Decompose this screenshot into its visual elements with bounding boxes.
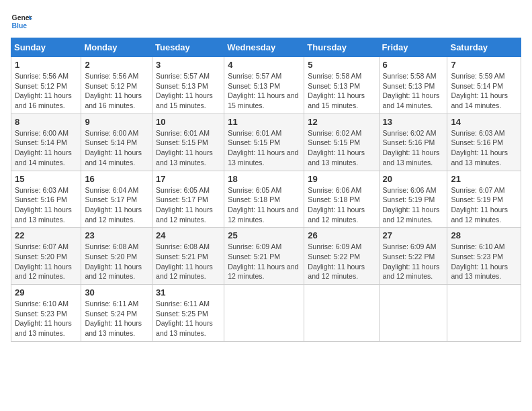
col-header-wednesday: Wednesday (224, 38, 304, 57)
day-number: 31 (156, 287, 220, 298)
calendar-cell (447, 285, 521, 342)
calendar-cell: 6 Sunrise: 5:58 AM Sunset: 5:13 PM Dayli… (379, 57, 447, 114)
calendar-cell: 19 Sunrise: 6:06 AM Sunset: 5:18 PM Dayl… (304, 171, 379, 228)
day-number: 28 (451, 230, 517, 240)
day-number: 18 (228, 174, 300, 184)
day-info: Sunrise: 6:11 AM Sunset: 5:24 PM Dayligh… (85, 299, 148, 338)
col-header-saturday: Saturday (447, 38, 521, 57)
day-info: Sunrise: 5:59 AM Sunset: 5:14 PM Dayligh… (451, 71, 517, 111)
col-header-sunday: Sunday (11, 38, 81, 57)
day-number: 15 (15, 174, 77, 184)
svg-text:Blue: Blue (12, 22, 28, 30)
calendar-week-3: 15 Sunrise: 6:03 AM Sunset: 5:16 PM Dayl… (11, 171, 521, 228)
day-number: 10 (156, 117, 220, 127)
header: General Blue (11, 11, 521, 32)
calendar-cell (304, 285, 379, 342)
calendar-cell: 7 Sunrise: 5:59 AM Sunset: 5:14 PM Dayli… (447, 57, 521, 114)
day-number: 4 (228, 60, 300, 70)
logo: General Blue (11, 11, 32, 32)
day-number: 2 (85, 60, 148, 70)
calendar-cell: 10 Sunrise: 6:01 AM Sunset: 5:15 PM Dayl… (152, 113, 224, 171)
calendar-cell: 31 Sunrise: 6:11 AM Sunset: 5:25 PM Dayl… (152, 285, 224, 342)
day-info: Sunrise: 6:11 AM Sunset: 5:25 PM Dayligh… (156, 299, 220, 338)
day-info: Sunrise: 5:58 AM Sunset: 5:13 PM Dayligh… (308, 71, 375, 111)
calendar-week-2: 8 Sunrise: 6:00 AM Sunset: 5:14 PM Dayli… (11, 113, 521, 171)
day-info: Sunrise: 6:01 AM Sunset: 5:15 PM Dayligh… (228, 128, 300, 168)
day-info: Sunrise: 6:08 AM Sunset: 5:21 PM Dayligh… (156, 242, 220, 281)
day-number: 22 (15, 230, 77, 240)
day-number: 13 (383, 117, 444, 127)
day-number: 6 (383, 60, 444, 70)
calendar-cell: 4 Sunrise: 5:57 AM Sunset: 5:13 PM Dayli… (224, 57, 304, 114)
calendar-cell: 5 Sunrise: 5:58 AM Sunset: 5:13 PM Dayli… (304, 57, 379, 114)
col-header-monday: Monday (81, 38, 152, 57)
day-number: 8 (15, 117, 77, 127)
day-number: 30 (85, 287, 148, 298)
calendar-cell: 26 Sunrise: 6:09 AM Sunset: 5:22 PM Dayl… (304, 228, 379, 285)
day-info: Sunrise: 6:00 AM Sunset: 5:14 PM Dayligh… (85, 128, 148, 168)
calendar-cell (379, 285, 447, 342)
day-info: Sunrise: 5:56 AM Sunset: 5:12 PM Dayligh… (15, 71, 77, 111)
day-number: 29 (15, 287, 77, 298)
day-number: 27 (383, 230, 444, 240)
day-number: 26 (308, 230, 375, 240)
logo-icon: General Blue (11, 11, 32, 32)
calendar-cell: 18 Sunrise: 6:05 AM Sunset: 5:18 PM Dayl… (224, 171, 304, 228)
calendar-cell: 12 Sunrise: 6:02 AM Sunset: 5:15 PM Dayl… (304, 113, 379, 171)
day-info: Sunrise: 6:10 AM Sunset: 5:23 PM Dayligh… (451, 242, 517, 281)
day-number: 23 (85, 230, 148, 240)
day-info: Sunrise: 5:56 AM Sunset: 5:12 PM Dayligh… (85, 71, 148, 111)
calendar-cell: 14 Sunrise: 6:03 AM Sunset: 5:16 PM Dayl… (447, 113, 521, 171)
calendar-header-row: SundayMondayTuesdayWednesdayThursdayFrid… (11, 38, 521, 57)
calendar-cell: 9 Sunrise: 6:00 AM Sunset: 5:14 PM Dayli… (81, 113, 152, 171)
day-info: Sunrise: 6:01 AM Sunset: 5:15 PM Dayligh… (156, 128, 220, 168)
calendar-cell: 25 Sunrise: 6:09 AM Sunset: 5:21 PM Dayl… (224, 228, 304, 285)
day-info: Sunrise: 6:03 AM Sunset: 5:16 PM Dayligh… (451, 128, 517, 168)
day-number: 9 (85, 117, 148, 127)
calendar-cell: 29 Sunrise: 6:10 AM Sunset: 5:23 PM Dayl… (11, 285, 81, 342)
col-header-thursday: Thursday (304, 38, 379, 57)
calendar-cell: 24 Sunrise: 6:08 AM Sunset: 5:21 PM Dayl… (152, 228, 224, 285)
day-number: 11 (228, 117, 300, 127)
day-number: 19 (308, 174, 375, 184)
day-number: 20 (383, 174, 444, 184)
calendar-body: 1 Sunrise: 5:56 AM Sunset: 5:12 PM Dayli… (11, 57, 521, 342)
calendar-cell: 30 Sunrise: 6:11 AM Sunset: 5:24 PM Dayl… (81, 285, 152, 342)
day-info: Sunrise: 6:04 AM Sunset: 5:17 PM Dayligh… (85, 185, 148, 225)
calendar-cell: 13 Sunrise: 6:02 AM Sunset: 5:16 PM Dayl… (379, 113, 447, 171)
day-number: 5 (308, 60, 375, 70)
calendar-cell (224, 285, 304, 342)
calendar-cell: 16 Sunrise: 6:04 AM Sunset: 5:17 PM Dayl… (81, 171, 152, 228)
day-info: Sunrise: 5:57 AM Sunset: 5:13 PM Dayligh… (228, 71, 300, 111)
day-info: Sunrise: 5:57 AM Sunset: 5:13 PM Dayligh… (156, 71, 220, 111)
day-number: 12 (308, 117, 375, 127)
day-number: 25 (228, 230, 300, 240)
calendar-cell: 2 Sunrise: 5:56 AM Sunset: 5:12 PM Dayli… (81, 57, 152, 114)
calendar-week-4: 22 Sunrise: 6:07 AM Sunset: 5:20 PM Dayl… (11, 228, 521, 285)
day-number: 16 (85, 174, 148, 184)
calendar-week-1: 1 Sunrise: 5:56 AM Sunset: 5:12 PM Dayli… (11, 57, 521, 114)
day-number: 17 (156, 174, 220, 184)
day-number: 3 (156, 60, 220, 70)
day-info: Sunrise: 6:07 AM Sunset: 5:20 PM Dayligh… (15, 242, 77, 281)
calendar-cell: 1 Sunrise: 5:56 AM Sunset: 5:12 PM Dayli… (11, 57, 81, 114)
calendar-cell: 21 Sunrise: 6:07 AM Sunset: 5:19 PM Dayl… (447, 171, 521, 228)
day-info: Sunrise: 6:10 AM Sunset: 5:23 PM Dayligh… (15, 299, 77, 338)
calendar-table: SundayMondayTuesdayWednesdayThursdayFrid… (11, 38, 521, 342)
day-info: Sunrise: 6:09 AM Sunset: 5:22 PM Dayligh… (383, 242, 444, 281)
calendar-cell: 20 Sunrise: 6:06 AM Sunset: 5:19 PM Dayl… (379, 171, 447, 228)
col-header-friday: Friday (379, 38, 447, 57)
day-info: Sunrise: 6:00 AM Sunset: 5:14 PM Dayligh… (15, 128, 77, 168)
calendar-cell: 23 Sunrise: 6:08 AM Sunset: 5:20 PM Dayl… (81, 228, 152, 285)
calendar-cell: 8 Sunrise: 6:00 AM Sunset: 5:14 PM Dayli… (11, 113, 81, 171)
calendar-cell: 17 Sunrise: 6:05 AM Sunset: 5:17 PM Dayl… (152, 171, 224, 228)
calendar-cell: 22 Sunrise: 6:07 AM Sunset: 5:20 PM Dayl… (11, 228, 81, 285)
calendar-cell: 15 Sunrise: 6:03 AM Sunset: 5:16 PM Dayl… (11, 171, 81, 228)
day-info: Sunrise: 6:06 AM Sunset: 5:19 PM Dayligh… (383, 185, 444, 225)
day-number: 24 (156, 230, 220, 240)
day-info: Sunrise: 6:05 AM Sunset: 5:17 PM Dayligh… (156, 185, 220, 225)
day-number: 7 (451, 60, 517, 70)
col-header-tuesday: Tuesday (152, 38, 224, 57)
day-number: 1 (15, 60, 77, 70)
day-info: Sunrise: 6:09 AM Sunset: 5:22 PM Dayligh… (308, 242, 375, 281)
